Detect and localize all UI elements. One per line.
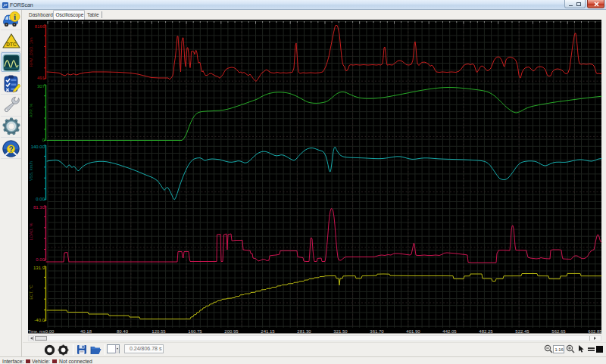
svg-text:321.50: 321.50 xyxy=(333,329,348,334)
svg-text:401.90: 401.90 xyxy=(406,329,420,334)
svg-text:482.25: 482.25 xyxy=(479,329,493,334)
svg-text:140.00: 140.00 xyxy=(31,145,45,149)
svg-text:Time, ms: Time, ms xyxy=(28,329,45,334)
svg-text:200.95: 200.95 xyxy=(224,329,239,334)
svg-text:491: 491 xyxy=(37,76,45,80)
svg-text:562.65: 562.65 xyxy=(551,329,566,334)
svg-text:RPM_DSD, 1/m: RPM_DSD, 1/m xyxy=(29,37,33,67)
svg-text:160.75: 160.75 xyxy=(188,329,202,334)
svg-text:8166: 8166 xyxy=(35,24,45,29)
svg-text:361.70: 361.70 xyxy=(370,329,384,334)
svg-text:442.05: 442.05 xyxy=(442,329,457,334)
svg-text:VSS, km/h: VSS, km/h xyxy=(29,161,33,181)
svg-text:602.85: 602.85 xyxy=(588,329,602,334)
svg-text:40.18: 40.18 xyxy=(80,329,92,334)
svg-text:80.40: 80.40 xyxy=(117,329,129,334)
svg-text:241.15: 241.15 xyxy=(261,329,275,334)
svg-text:0.00: 0.00 xyxy=(36,257,45,262)
svg-text:81.30: 81.30 xyxy=(33,205,45,210)
svg-text:0.00: 0.00 xyxy=(36,197,45,201)
svg-text:APP, %: APP, % xyxy=(29,104,33,117)
svg-text:281.30: 281.30 xyxy=(297,329,311,334)
svg-text:522.45: 522.45 xyxy=(515,329,529,334)
svg-text:0.00: 0.00 xyxy=(45,329,55,334)
svg-text:ECT, °C: ECT, °C xyxy=(29,285,33,300)
svg-text:LOAD, %: LOAD, % xyxy=(29,222,33,240)
svg-text:307: 307 xyxy=(37,84,45,89)
svg-text:120.55: 120.55 xyxy=(152,329,166,334)
svg-text:-40.0: -40.0 xyxy=(34,318,45,322)
svg-text:131.9: 131.9 xyxy=(33,266,45,270)
